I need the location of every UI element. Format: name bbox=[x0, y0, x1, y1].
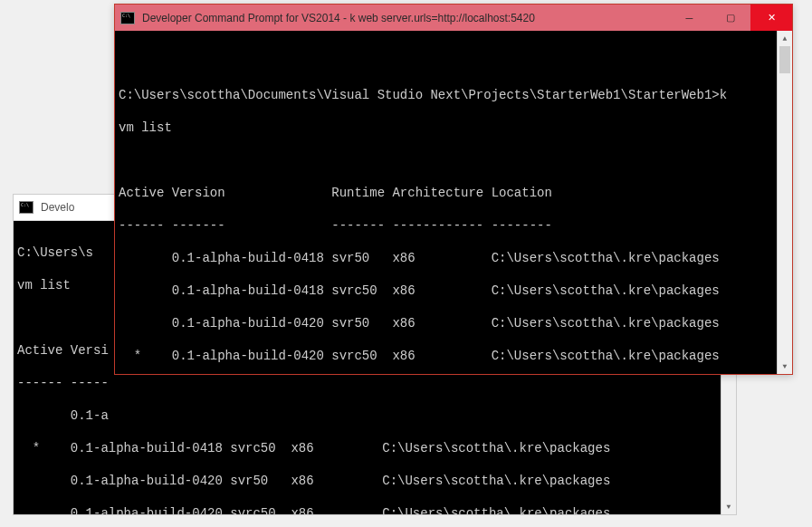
prompt-line: vm list bbox=[119, 120, 777, 136]
cmd-window-front: Developer Command Prompt for VS2014 - k … bbox=[114, 4, 793, 375]
close-button[interactable]: ✕ bbox=[750, 5, 792, 31]
scroll-down-icon[interactable]: ▼ bbox=[721, 499, 736, 514]
cmd-icon bbox=[19, 201, 33, 214]
prompt-line: C:\Users\scottha\Documents\Visual Studio… bbox=[119, 87, 777, 103]
scroll-track[interactable] bbox=[778, 46, 792, 359]
scroll-thumb[interactable] bbox=[779, 46, 790, 73]
table-row: 0.1-alpha-build-0418 svr50 x86 C:\Users\… bbox=[119, 250, 777, 266]
table-row: 0.1-alpha-build-0420 svr50 x86 C:\Users\… bbox=[119, 315, 777, 331]
cmd-icon bbox=[120, 12, 135, 24]
terminal-front[interactable]: C:\Users\scottha\Documents\Visual Studio… bbox=[115, 31, 792, 374]
scroll-down-icon[interactable]: ▼ bbox=[778, 359, 792, 374]
table-row: 0.1-a bbox=[17, 407, 721, 424]
terminal-output-front: C:\Users\scottha\Documents\Visual Studio… bbox=[115, 31, 777, 374]
scrollbar-front[interactable]: ▲ ▼ bbox=[777, 31, 792, 374]
table-row: 0.1-alpha-build-0418 svrc50 x86 C:\Users… bbox=[119, 283, 777, 299]
table-row: 0.1-alpha-build-0420 svr50 x86 C:\Users\… bbox=[17, 473, 721, 489]
window-title-front: Developer Command Prompt for VS2014 - k … bbox=[142, 12, 669, 24]
scroll-up-icon[interactable]: ▲ bbox=[778, 31, 792, 46]
table-row: * 0.1-alpha-build-0418 svrc50 x86 C:\Use… bbox=[17, 440, 721, 456]
maximize-button[interactable]: ▢ bbox=[710, 5, 750, 31]
terminal-line bbox=[119, 54, 777, 71]
table-row: 0.1-alpha-build-0420 svrc50 x86 C:\Users… bbox=[17, 505, 721, 514]
terminal-header: Active Version Runtime Architecture Loca… bbox=[119, 185, 777, 201]
terminal-divider: ------ ------- ------- ------------ ----… bbox=[119, 217, 777, 234]
minimize-button[interactable]: ─ bbox=[669, 5, 710, 31]
terminal-divider: ------ ----- bbox=[17, 375, 721, 391]
window-controls-front: ─ ▢ ✕ bbox=[669, 5, 792, 31]
terminal-line bbox=[119, 152, 777, 168]
titlebar-front[interactable]: Developer Command Prompt for VS2014 - k … bbox=[115, 5, 792, 31]
table-row: * 0.1-alpha-build-0420 svrc50 x86 C:\Use… bbox=[119, 348, 777, 364]
